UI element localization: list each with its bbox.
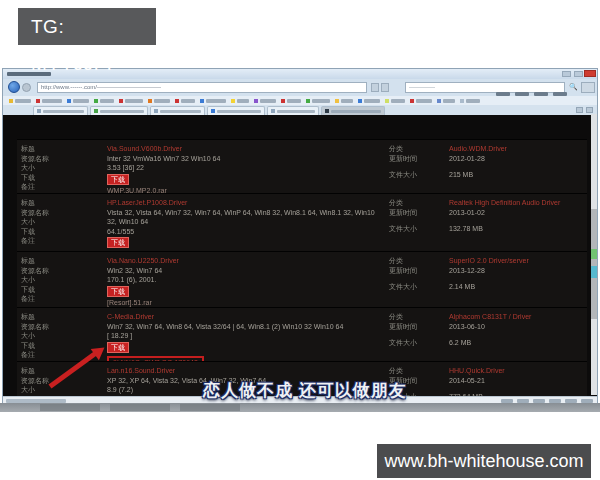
bookmark-item[interactable] (385, 99, 405, 103)
scrollbar-marker-green (591, 249, 597, 259)
bookmark-item[interactable] (410, 99, 432, 103)
tab-bar-tools[interactable] (576, 107, 593, 113)
bookmark-item[interactable] (9, 99, 31, 103)
minimize-button[interactable] (562, 71, 571, 77)
label-update-time: 更新时间 (389, 208, 449, 218)
tab-label (217, 110, 261, 113)
bookmark-item[interactable] (358, 99, 380, 103)
bookmark-item[interactable] (306, 99, 330, 103)
bookmark-item[interactable] (231, 99, 249, 103)
category-link[interactable]: Alphacom C8131T / Driver (449, 312, 587, 322)
bookmark-label (100, 99, 114, 103)
bookmark-item[interactable] (36, 99, 62, 103)
download-button[interactable]: 下载 (107, 237, 129, 248)
os-taskbar[interactable] (0, 403, 600, 412)
file-size-value: 6.2 MB (449, 338, 587, 348)
new-tab-icon[interactable] (576, 107, 583, 113)
row-meta-values: Realtek High Definition Audio Driver 201… (449, 198, 587, 251)
browser-tab[interactable] (150, 106, 205, 115)
label-title: 标题 (21, 256, 107, 266)
bookmark-item[interactable] (335, 99, 353, 103)
file-size-value: 2.14 MB (449, 282, 587, 292)
label-title: 标题 (21, 312, 107, 322)
bookmark-item[interactable] (254, 99, 276, 103)
bookmark-favicon (410, 99, 414, 103)
browser-tab[interactable] (267, 106, 319, 115)
resource-title-link[interactable]: Via.Sound.V600b.Driver (107, 144, 381, 154)
update-date: 2014-05-21 (449, 376, 587, 386)
search-icon[interactable]: 🔍 (569, 83, 578, 91)
bookmark-item[interactable] (175, 99, 195, 103)
stop-icon[interactable] (381, 83, 389, 92)
forward-button[interactable] (22, 83, 31, 92)
vertical-scrollbar[interactable] (591, 114, 597, 395)
bookmark-favicon (200, 99, 204, 103)
bookmark-item[interactable] (148, 99, 170, 103)
refresh-icon[interactable] (371, 83, 379, 92)
back-button[interactable] (8, 81, 20, 93)
bookmark-label (466, 99, 480, 103)
bookmark-favicon (385, 99, 389, 103)
download-button[interactable]: 下载 (107, 286, 129, 297)
taskbar-button[interactable] (180, 404, 240, 411)
browser-tab[interactable] (321, 106, 385, 115)
bookmark-favicon (148, 99, 152, 103)
label-file-size: 文件大小 (389, 282, 449, 292)
tab-favicon (154, 109, 158, 113)
bookmark-label (237, 99, 249, 103)
row-main: Via.Sound.V600b.Driver Inter 32 VmWa16 W… (107, 144, 389, 193)
movie-subtitle-text: 恋人做不成 还可以做朋友 (150, 379, 460, 402)
bookmark-label (341, 99, 353, 103)
label-file-size: 文件大小 (389, 338, 449, 348)
label-size: 大小 (21, 331, 107, 341)
resource-title-link[interactable]: Via.Nano.U2250.Driver (107, 256, 381, 266)
address-input[interactable]: http://www.------.com/------------------… (37, 82, 367, 93)
row-main: HP.LaserJet.P1008.Driver Vista 32, Vista… (107, 198, 389, 251)
close-button[interactable] (584, 70, 596, 77)
category-link[interactable]: HHU.Quick.Driver (449, 366, 587, 376)
row-main: Via.Nano.U2250.Driver Win2 32, Win7 64 1… (107, 256, 389, 307)
bookmark-favicon (94, 99, 98, 103)
resource-title-link[interactable]: C-Media.Driver (107, 312, 381, 322)
browser-tab[interactable] (33, 106, 88, 115)
bookmark-item[interactable] (94, 99, 114, 103)
download-button[interactable]: 下载 (107, 342, 129, 353)
maximize-button[interactable] (574, 71, 583, 77)
bookmark-item[interactable] (67, 99, 89, 103)
bookmark-favicon (335, 99, 339, 103)
label-resource-name: 资源名称 (21, 322, 107, 332)
bookmark-item[interactable] (281, 99, 301, 103)
category-link[interactable]: SuperIO 2.0 Driver/server (449, 256, 587, 266)
resource-title-link[interactable]: HP.LaserJet.P1008.Driver (107, 198, 381, 208)
bookmark-label (206, 99, 226, 103)
browser-tab[interactable] (207, 106, 265, 115)
bookmark-item[interactable] (200, 99, 226, 103)
label-size: 大小 (21, 217, 107, 227)
row-meta-labels: 分类 更新时间 文件大小 (389, 312, 449, 361)
row-meta-values: Alphacom C8131T / Driver 2013-06-10 6.2 … (449, 312, 587, 361)
tab-list-icon[interactable] (586, 107, 593, 113)
resource-title-link[interactable]: Lan.n16.Sound.Driver (107, 366, 381, 376)
bookmark-item[interactable] (437, 99, 455, 103)
category-link[interactable]: Realtek High Definition Audio Driver (449, 198, 587, 208)
taskbar-button[interactable] (40, 404, 100, 411)
search-go-button[interactable] (581, 82, 595, 93)
category-link[interactable]: Audio.WDM.Driver (449, 144, 587, 154)
window-controls[interactable] (562, 71, 583, 77)
row-main: C-Media.Driver Win7 32, Win7 64, Win8 64… (107, 312, 389, 361)
taskbar-button[interactable] (110, 404, 170, 411)
row-field-labels: 标题 资源名称 大小 下载 备注 (21, 256, 107, 307)
scrollbar-thumb[interactable] (591, 209, 597, 319)
label-file-size: 文件大小 (389, 170, 449, 180)
download-button[interactable]: 下载 (107, 174, 129, 185)
label-resource-name: 资源名称 (21, 154, 107, 164)
tab-favicon (325, 109, 329, 113)
address-buttons[interactable] (371, 83, 389, 92)
file-size-value: 132.78 MB (449, 224, 587, 234)
tab-favicon (271, 109, 275, 113)
bookmark-item[interactable] (460, 99, 480, 103)
browser-tab[interactable] (90, 106, 148, 115)
bookmark-item[interactable] (119, 99, 143, 103)
bookmark-label (312, 99, 330, 103)
label-category: 分类 (389, 312, 449, 322)
